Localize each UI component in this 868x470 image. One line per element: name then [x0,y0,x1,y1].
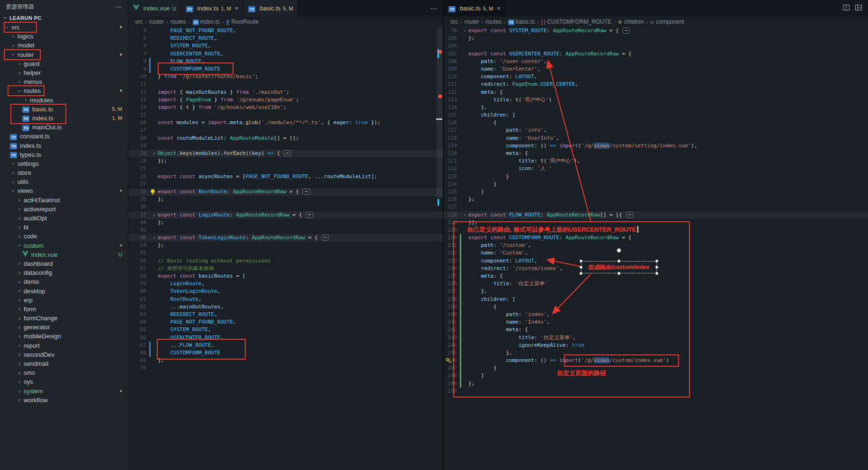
code-line[interactable]: 36 [128,203,443,211]
code-line[interactable]: 61 RootRoute, [128,296,443,303]
breadcrumb-item-RootRoute[interactable]: {}RootRoute [226,18,259,25]
code-line[interactable]: 76›export const SYSTEM_ROUTE: AppRouteRe… [444,27,868,35]
close-icon[interactable]: × [497,5,501,12]
tree-item-menus[interactable]: ›menus [0,77,128,86]
code-line[interactable]: 10} from '/@/router/routes/basic'; [128,73,443,81]
tree-item-mainOut.ts[interactable]: TSmainOut.ts [0,123,128,132]
selection-handle[interactable] [580,260,582,262]
tree-item-basic.ts[interactable]: TSbasic.ts5, M [0,105,128,114]
tree-item-src[interactable]: ›src● [0,23,128,32]
code-line[interactable]: 127 [444,203,868,211]
selection-handle[interactable] [655,272,658,275]
code-line[interactable]: 8 FLOW_ROUTE, [128,58,443,65]
more-actions-icon[interactable]: ⋯ [430,4,437,13]
fold-ellipsis[interactable]: ⋯ [623,27,630,34]
selection-handle[interactable] [655,266,658,269]
tab-basic.ts[interactable]: TSbasic.ts5, M [243,0,298,17]
code-line[interactable]: 117 path: 'info', [444,127,868,134]
tab-index.ts[interactable]: TSindex.ts1, M× [181,0,244,17]
breadcrumb-item-component[interactable]: ◇component [651,18,684,25]
code-line[interactable]: 15 [128,111,443,119]
code-line[interactable]: 110 component: LAYOUT, [444,73,868,81]
code-line[interactable]: 66 USERCENTER_ROUTE, [128,334,443,342]
tree-item-code[interactable]: ›code [0,232,128,241]
tree-item-auditOpt[interactable]: ›auditOpt [0,214,128,223]
code-line[interactable]: 113 title: t('用户中心') [444,96,868,104]
breadcrumb-item-basic.ts[interactable]: TSbasic.ts [508,18,535,26]
code-line[interactable]: 119 component: () => import('/@/views/sy… [444,142,868,150]
tree-item-sms[interactable]: ›sms [0,368,128,377]
code-line[interactable]: 14import { t } from '/@/hooks/web/useI18… [128,104,443,111]
code-line[interactable]: 46›export const TokenLoginRoute: AppRout… [128,234,443,242]
code-line[interactable]: 128›export const FLOW_ROUTE: AppRouteRec… [444,211,868,219]
code-line[interactable]: 62 ...mainOutRoutes, [128,303,443,311]
tree-item-settings[interactable]: ›settings [0,159,128,168]
split-editor-icon[interactable] [842,4,850,13]
tree-item-dataconfig[interactable]: ›dataconfig [0,268,128,277]
tree-item-erp[interactable]: ›erp [0,296,128,305]
tree-item-formChange[interactable]: ›formChange [0,314,128,323]
code-line[interactable]: 69]; [128,357,443,364]
layout-icon[interactable] [855,4,862,13]
code-line[interactable]: 122 icon: '人 ' [444,165,868,172]
tree-item-report[interactable]: ›report [0,341,128,350]
code-line[interactable]: 248 ] [444,372,868,380]
tree-item-custom[interactable]: ›custom● [0,241,128,250]
tree-item-mobileDesign[interactable]: ›mobileDesign [0,332,128,341]
code-line[interactable]: 108 path: '/user-center', [444,58,868,65]
tree-item-workflow[interactable]: ›workflow [0,396,128,405]
tab-index.vue[interactable]: index.vueU [128,0,181,17]
breadcrumb-item-index.ts[interactable]: TSindex.ts [193,18,220,26]
code-line[interactable]: 247 } [444,364,868,372]
code-line[interactable]: 109 name: 'UserCenter', [444,65,868,73]
code-line[interactable]: 243 title: '自定义菜单', [444,334,868,342]
code-line[interactable]: 105}; [444,35,868,42]
tree-item-model[interactable]: ›model [0,41,128,50]
code-line[interactable]: 116 { [444,119,868,127]
tree-item-utils[interactable]: ›utils [0,177,128,186]
code-line[interactable]: 26export const asyncRoutes = [PAGE_NOT_F… [128,173,443,181]
tree-item-helper[interactable]: ›helper [0,68,128,77]
code-line[interactable]: 57// 未经许可的基本路由 [128,265,443,272]
code-line[interactable]: 17 [128,127,443,134]
code-line[interactable]: 232 name: 'Custom', [444,249,868,257]
tree-item-dashboard[interactable]: ›dashboard [0,259,128,268]
code-line[interactable]: 67 ...FLOW_ROUTE, [128,342,443,349]
code-line[interactable]: 19 [128,142,443,150]
code-line[interactable]: 121 title: t('用户中心'), [444,157,868,165]
code-line[interactable]: 9 CUSTOMFORM_ROUTE [128,65,443,73]
code-line[interactable]: 70 [128,364,443,372]
code-line[interactable]: 16const modules = import.meta.glob('./mo… [128,119,443,127]
code-line[interactable]: 44}; [128,219,443,226]
tree-item-actHiTaskinst[interactable]: ›actHiTaskinst [0,196,128,205]
tree-item-store[interactable]: ›store [0,168,128,177]
code-line[interactable]: 237 }, [444,288,868,295]
fold-ellipsis[interactable]: ⋯ [284,150,291,156]
tree-item-desktop[interactable]: ›desktop [0,286,128,295]
code-line[interactable]: 68 CUSTOMFORM_ROUTE [128,349,443,357]
tab-basic.ts[interactable]: TSbasic.ts5, M× [444,0,506,17]
annotation-textbox[interactable]: 组成路由/custom/index [581,261,657,273]
tree-item-constant.ts[interactable]: TSconstant.ts [0,132,128,141]
code-line[interactable]: 11 [128,81,443,88]
tree-item-views[interactable]: ›views● [0,186,128,195]
code-line[interactable]: 25 [128,165,443,172]
code-editor-right[interactable]: 76›export const SYSTEM_ROUTE: AppRouteRe… [444,27,868,470]
code-line[interactable]: 124 } [444,181,868,188]
rotate-handle[interactable] [617,248,621,253]
breadcrumb-item-routes[interactable]: routes [170,18,186,25]
more-actions-icon[interactable]: ⋯ [116,3,122,10]
selection-handle[interactable] [617,272,620,275]
fold-ellipsis[interactable]: ⋯ [626,212,633,218]
code-line[interactable]: 239 { [444,303,868,311]
code-line[interactable]: 56// Basic routing without permissions [128,257,443,265]
code-line[interactable]: 28›export const RootRoute: AppRouteRecor… [128,188,443,196]
tree-item-types.ts[interactable]: TStypes.ts [0,150,128,159]
tree-item-demo[interactable]: ›demo [0,277,128,286]
code-line[interactable]: 115 children: [ [444,111,868,119]
tree-item-activereport[interactable]: ›activereport [0,205,128,214]
breadcrumb-item-router[interactable]: router [465,18,479,25]
code-line[interactable]: 37›export const LoginRoute: AppRouteReco… [128,211,443,219]
breadcrumb-item-router[interactable]: router [149,18,164,25]
code-line[interactable]: 112 meta: { [444,89,868,96]
